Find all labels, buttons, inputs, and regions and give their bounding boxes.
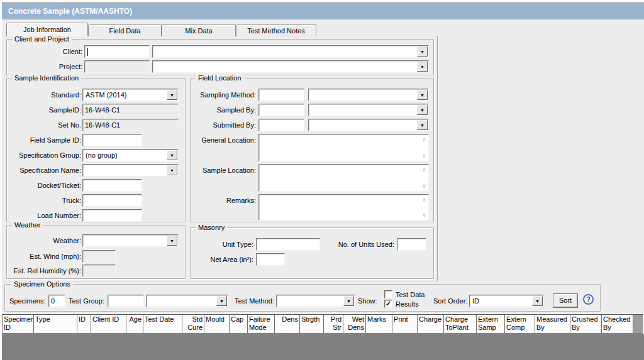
test-method-combo[interactable]: ▼ bbox=[276, 295, 355, 307]
docket-ticket-field[interactable] bbox=[82, 179, 142, 192]
test-method-label: Test Method: bbox=[235, 295, 274, 307]
field-sample-id-field[interactable] bbox=[82, 134, 142, 146]
column-header-measured-by[interactable]: Measured By bbox=[535, 315, 570, 333]
test-group-combo[interactable]: ▼ bbox=[146, 295, 228, 307]
project-code-field[interactable] bbox=[84, 60, 150, 73]
unit-type-label: Unit Type: bbox=[192, 238, 253, 251]
group-masonry: Masonry Unit Type: No. of Units Used: Ne… bbox=[190, 227, 434, 279]
units-used-field[interactable] bbox=[397, 238, 426, 251]
group-title: Field Location bbox=[196, 74, 244, 82]
net-area-label: Net Area (in²): bbox=[192, 253, 253, 266]
dropdown-arrow-icon[interactable]: ▼ bbox=[417, 90, 428, 100]
specimen-table-body[interactable] bbox=[2, 334, 644, 360]
field-sample-id-label: Field Sample ID: bbox=[11, 134, 81, 146]
column-header-specimen-id[interactable]: Specimen ID bbox=[3, 315, 34, 333]
column-header-checked-by[interactable]: Checked By bbox=[602, 315, 633, 333]
test-data-checkbox[interactable] bbox=[384, 290, 392, 298]
specimens-field[interactable]: 0 bbox=[48, 295, 65, 307]
sample-id-label: SampleID: bbox=[11, 104, 81, 116]
show-label: Show: bbox=[358, 295, 377, 307]
scroll-up-icon: ∧ bbox=[422, 197, 426, 203]
column-header-print[interactable]: Print bbox=[392, 315, 418, 333]
client-label: Client: bbox=[11, 45, 82, 58]
column-header-failure-mode[interactable]: Failure Mode bbox=[248, 315, 275, 333]
general-location-textarea[interactable]: ∧ ∨ bbox=[258, 134, 429, 161]
remarks-textarea[interactable]: ∧ ∨ bbox=[258, 194, 429, 221]
client-code-field[interactable] bbox=[84, 45, 150, 58]
truck-field[interactable] bbox=[82, 194, 142, 207]
dropdown-arrow-icon[interactable]: ▼ bbox=[167, 236, 177, 246]
column-header-id[interactable]: ID bbox=[77, 315, 91, 333]
client-name-combo[interactable]: ▼ bbox=[152, 45, 429, 58]
column-header-charge[interactable]: Charge bbox=[418, 315, 444, 333]
column-header-prd-str[interactable]: Prd Str bbox=[324, 315, 343, 333]
column-header-wet-dens[interactable]: Wet Dens bbox=[343, 315, 366, 333]
sort-order-combo[interactable]: ID ▼ bbox=[469, 295, 544, 307]
group-field-location: Field Location Sampling Method: ▼ Sample… bbox=[190, 78, 434, 222]
column-header-age[interactable]: Age bbox=[126, 315, 143, 333]
column-header-client-id[interactable]: Client ID bbox=[91, 315, 126, 333]
results-checkbox[interactable]: ✓ bbox=[384, 300, 392, 308]
tab-page-right-edge bbox=[437, 36, 438, 281]
sampling-method-combo[interactable]: ▼ bbox=[308, 89, 429, 101]
title-bar: Concrete Sample (ASTM/AASHTO) bbox=[2, 3, 644, 19]
tab-mix-data[interactable]: Mix Data bbox=[162, 25, 236, 36]
specification-group-combo[interactable]: (no group) ▼ bbox=[82, 149, 179, 161]
window-top-edge bbox=[0, 0, 644, 3]
submitted-by-combo[interactable]: ▼ bbox=[308, 119, 429, 131]
dropdown-arrow-icon[interactable]: ▼ bbox=[167, 90, 177, 100]
dropdown-arrow-icon[interactable]: ▼ bbox=[167, 150, 177, 160]
column-header-dens[interactable]: Dens bbox=[275, 315, 300, 333]
specification-group-label: Specification Group: bbox=[11, 149, 81, 161]
tab-field-data[interactable]: Field Data bbox=[88, 25, 162, 36]
column-header-marks[interactable]: Marks bbox=[366, 315, 392, 333]
column-header-extern-samp[interactable]: Extern Samp bbox=[477, 315, 505, 333]
dropdown-arrow-icon[interactable]: ▼ bbox=[417, 105, 428, 115]
column-header-crushed-by[interactable]: Crushed By bbox=[570, 315, 602, 333]
column-header-std-cure[interactable]: Std Cure bbox=[182, 315, 204, 333]
help-icon[interactable]: ? bbox=[583, 294, 594, 305]
net-area-field[interactable] bbox=[256, 253, 285, 266]
dropdown-arrow-icon[interactable]: ▼ bbox=[216, 296, 227, 306]
dropdown-arrow-icon[interactable]: ▼ bbox=[167, 165, 177, 175]
tab-test-method-notes[interactable]: Test Method Notes bbox=[236, 25, 316, 36]
sampling-method-code-field[interactable] bbox=[258, 89, 304, 101]
column-header-extern-comp[interactable]: Extern Comp bbox=[505, 315, 535, 333]
sampled-by-code-field[interactable] bbox=[258, 104, 304, 116]
tab-job-information[interactable]: Job Information bbox=[6, 23, 88, 36]
group-specimen-options: Specimen Options Specimens: 0 Test Group… bbox=[4, 284, 601, 312]
sort-button[interactable]: Sort bbox=[553, 293, 578, 308]
est-wind-field bbox=[82, 250, 116, 263]
dropdown-arrow-icon[interactable]: ▼ bbox=[417, 62, 428, 72]
test-group-code-field[interactable] bbox=[108, 295, 144, 307]
weather-combo[interactable]: ▼ bbox=[82, 234, 179, 247]
sort-order-label: Sort Order: bbox=[433, 295, 467, 307]
table-header-scrollbar-area bbox=[633, 315, 643, 333]
group-sample-identification: Sample Identification Standard: ASTM (20… bbox=[6, 78, 186, 222]
specification-name-combo[interactable]: ▼ bbox=[82, 164, 179, 177]
dropdown-arrow-icon[interactable]: ▼ bbox=[417, 120, 428, 130]
column-header-test-date[interactable]: Test Date bbox=[143, 315, 182, 333]
set-no-value: 16-W48-C1 bbox=[85, 121, 120, 129]
column-header-cap[interactable]: Cap bbox=[230, 315, 248, 333]
standard-combo[interactable]: ASTM (2014) ▼ bbox=[82, 89, 179, 101]
column-header-charge-toplant[interactable]: Charge ToPlant bbox=[444, 315, 477, 333]
column-header-mould[interactable]: Mould bbox=[204, 315, 230, 333]
sampled-by-combo[interactable]: ▼ bbox=[308, 104, 429, 116]
group-title: Masonry bbox=[196, 223, 227, 232]
load-number-field[interactable] bbox=[82, 209, 142, 222]
specimen-table-header: Specimen IDTypeIDClient IDAgeTest DateSt… bbox=[2, 314, 643, 334]
group-client-and-project: Client and Project Client: ▼ Project: ▼ bbox=[6, 39, 434, 75]
dropdown-arrow-icon[interactable]: ▼ bbox=[532, 296, 543, 306]
est-rel-humidity-label: Est. Rel Humidity (%): bbox=[11, 265, 81, 277]
dropdown-arrow-icon[interactable]: ▼ bbox=[417, 46, 428, 57]
scroll-down-icon: ∨ bbox=[422, 183, 426, 189]
column-header-type[interactable]: Type bbox=[34, 315, 77, 333]
set-no-label: Set No. bbox=[11, 119, 81, 131]
dropdown-arrow-icon[interactable]: ▼ bbox=[343, 296, 354, 306]
sample-location-textarea[interactable]: ∧ ∨ bbox=[258, 164, 429, 192]
submitted-by-code-field[interactable] bbox=[258, 119, 304, 131]
sample-id-field: 16-W48-C1 bbox=[82, 104, 179, 116]
project-name-combo[interactable]: ▼ bbox=[152, 60, 429, 73]
column-header-strgth[interactable]: Strgth bbox=[300, 315, 324, 333]
